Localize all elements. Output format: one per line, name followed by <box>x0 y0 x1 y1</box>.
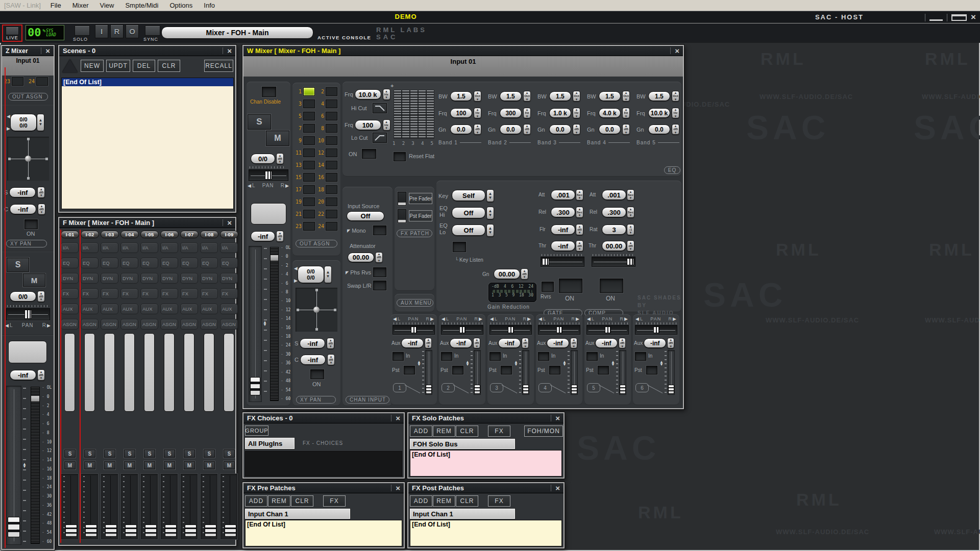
menu-item[interactable]: Options <box>164 2 198 9</box>
xy-pan-pad[interactable] <box>7 137 49 181</box>
bw-value[interactable]: 1.5 <box>599 91 621 101</box>
aux-level-spinner[interactable]: dB <box>425 338 432 348</box>
aux-pan-handle[interactable] <box>411 327 417 333</box>
aux-pan-slider[interactable] <box>635 325 677 335</box>
gate-thr-slider[interactable] <box>541 257 584 267</box>
gate-gn-spinner[interactable]: dB <box>521 268 528 280</box>
comp-rat-spinner[interactable]: :1 <box>627 224 634 235</box>
sync-button[interactable] <box>145 26 160 36</box>
pan-right-arrow-icon[interactable] <box>7 126 10 131</box>
scene-clr-button[interactable]: CLR <box>158 60 180 72</box>
xy-pan-handle[interactable] <box>25 156 31 162</box>
output-assign-box[interactable] <box>326 161 337 169</box>
end-of-list-row[interactable]: [End Of List] <box>410 450 561 459</box>
channel-fader[interactable] <box>180 473 198 540</box>
bw-value[interactable]: 1.5 <box>500 91 522 101</box>
output-assign-box[interactable] <box>326 173 337 182</box>
fx-button[interactable]: FX <box>81 288 99 299</box>
pan-arrow-buttons[interactable] <box>7 114 10 131</box>
aux-fader-track[interactable] <box>668 350 675 395</box>
pan-left-arrow-icon[interactable] <box>7 114 10 119</box>
aux-in-checkbox[interactable] <box>635 352 646 361</box>
clr-button[interactable]: CLR <box>456 425 478 437</box>
output-assign-box[interactable] <box>303 210 315 218</box>
aux-in-checkbox[interactable] <box>538 352 549 361</box>
xy-on-checkbox[interactable] <box>310 369 324 379</box>
fx-button[interactable]: FX <box>220 288 238 299</box>
channel-fader[interactable] <box>120 473 138 540</box>
aux-level-spinner[interactable]: dB <box>473 338 480 348</box>
fader-value[interactable]: -inf <box>10 370 36 380</box>
dyn-button[interactable]: DYN <box>180 273 198 284</box>
scene-fire-triangle-icon[interactable] <box>62 59 78 72</box>
xy-pan-pad[interactable] <box>296 288 337 332</box>
pre-fader-button[interactable]: Pre Fader <box>409 193 432 204</box>
channel-select-button[interactable]: I-07 <box>180 231 199 238</box>
fx-solo-title-bar[interactable]: FX Solo Patches <box>408 413 564 423</box>
frq-spinner[interactable]: Hz <box>523 108 531 118</box>
fader-value-spinner[interactable]: dB <box>276 231 284 242</box>
aux-pst-checkbox[interactable] <box>598 366 609 374</box>
fader-cap[interactable] <box>65 524 77 537</box>
fader-cap[interactable] <box>145 524 157 537</box>
lo-cut-freq-spinner[interactable]: Hz <box>383 119 390 131</box>
fader-cap[interactable] <box>185 524 197 537</box>
aux-fader-nudge[interactable] <box>611 361 615 366</box>
gain-spinner[interactable]: dB <box>276 153 284 164</box>
output-assign-box[interactable] <box>326 124 337 133</box>
aux-menu-tag[interactable]: AUX MENU <box>397 299 433 307</box>
scene-new-button[interactable]: NEW <box>81 60 104 72</box>
gate-flr-spinner[interactable]: dB <box>576 224 583 235</box>
close-icon[interactable] <box>555 484 560 492</box>
frq-spinner[interactable]: Hz <box>573 108 580 118</box>
gate-rvrs-checkbox[interactable] <box>542 282 554 292</box>
pre-fader-indicator[interactable] <box>398 192 406 206</box>
pst-fader-button[interactable]: Pst Fader <box>409 210 432 221</box>
patch-target-field[interactable]: Input Chan 1 <box>245 509 350 519</box>
output-assign-box[interactable] <box>326 222 337 231</box>
end-of-list-row[interactable]: [End Of List] <box>246 520 402 529</box>
mute-button[interactable]: M <box>204 461 215 469</box>
input-assign-button[interactable]: I/A <box>61 242 79 253</box>
add-button[interactable]: ADD <box>410 425 432 437</box>
fader-value-spinner[interactable]: dB <box>37 369 45 381</box>
gn-spinner[interactable]: dB <box>573 124 580 135</box>
bw-value[interactable]: 1.5 <box>450 91 472 101</box>
channel-select-button[interactable]: I-09 <box>220 231 238 238</box>
gate-att-spinner[interactable]: Sec <box>576 189 583 201</box>
gate-rel-value[interactable]: .300 <box>551 207 575 217</box>
fader-value[interactable]: -inf <box>251 231 275 241</box>
channel-fader[interactable] <box>61 473 79 540</box>
mute-button[interactable]: M <box>104 461 115 469</box>
close-icon[interactable] <box>227 219 232 227</box>
fx-pre-title-bar[interactable]: FX Pre Patches <box>243 483 404 493</box>
mute-button[interactable]: M <box>144 461 155 469</box>
fx-post-title-bar[interactable]: FX Post Patches <box>408 483 564 493</box>
solo-button[interactable] <box>75 26 90 36</box>
mute-button[interactable]: M <box>266 131 289 146</box>
restore-icon[interactable] <box>951 14 967 21</box>
group-button[interactable]: GROUP <box>245 425 268 436</box>
aux-level-value[interactable]: -inf <box>644 338 666 348</box>
aux-level-value[interactable]: -inf <box>547 338 569 348</box>
solo-button[interactable]: S <box>144 449 155 458</box>
aux-pst-checkbox[interactable] <box>501 366 512 374</box>
fader-cap[interactable] <box>85 524 97 537</box>
aux-button[interactable]: AUX <box>120 304 138 314</box>
asgn-button[interactable]: ASGN <box>140 319 158 330</box>
fader-nudge-arrows[interactable] <box>22 463 27 468</box>
dual-pan-display[interactable]: 0/0 0/0 <box>298 266 324 283</box>
pan-slider[interactable] <box>6 308 50 320</box>
fx-button[interactable]: FX <box>323 495 346 507</box>
solo-button[interactable]: S <box>224 449 235 458</box>
pan-arrow-buttons[interactable] <box>294 266 298 283</box>
menu-item[interactable]: Smpte/Midi <box>119 2 164 9</box>
center-level-value[interactable]: -inf <box>10 204 36 214</box>
dyn-button[interactable]: DYN <box>140 273 158 284</box>
gain-spinner[interactable]: dB <box>37 291 45 302</box>
dyn-button[interactable]: DYN <box>160 273 178 284</box>
side-level-spinner[interactable]: dB <box>37 187 45 198</box>
close-icon[interactable]: × <box>971 13 976 22</box>
fx-pre-list[interactable]: [End Of List] <box>245 520 402 546</box>
dyn-button[interactable]: DYN <box>61 273 79 284</box>
